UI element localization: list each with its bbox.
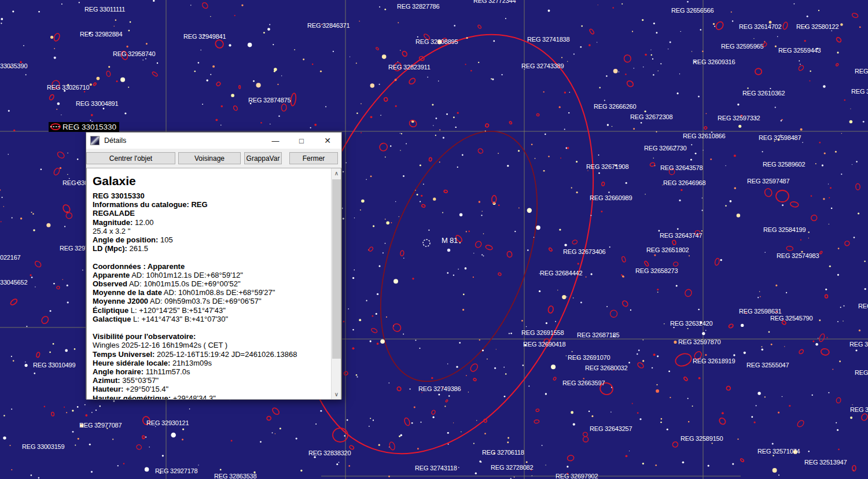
galaxy-label[interactable]: REG 32643747 — [660, 232, 702, 239]
galaxy-label[interactable]: REG 32614702 — [739, 23, 781, 30]
galaxy-label[interactable]: REG 3 — [855, 68, 868, 75]
galaxy-label[interactable]: REG 32697902 — [556, 473, 598, 479]
selected-object-label[interactable]: REG 33015330 — [49, 122, 119, 132]
galaxy-label[interactable]: REG 32597487 — [747, 178, 789, 185]
galaxy-label[interactable]: 33035390 — [0, 62, 27, 69]
detail-line: Temps Universel: 2025-12-16T15:19:42 JD=… — [93, 350, 325, 359]
galaxy-label[interactable]: REG 32658273 — [635, 267, 678, 274]
galaxy-label[interactable]: REG 32706118 — [482, 449, 524, 456]
galaxy-label[interactable]: REG 32673406 — [563, 248, 605, 255]
detail-line: LD (Mpc): 261.5 — [93, 244, 325, 253]
galaxy-label[interactable]: REG 32610866 — [683, 132, 725, 139]
galaxy-label[interactable]: REG 33004891 — [76, 100, 118, 107]
galaxy-label[interactable]: REG 32632420 — [670, 320, 712, 327]
galaxy-label[interactable]: REG 32 — [851, 88, 868, 95]
galaxy-label[interactable]: REG 32930121 — [146, 419, 189, 426]
m81-label[interactable]: M 81 — [442, 237, 458, 244]
galaxy-label[interactable]: REG 32643578 — [660, 164, 703, 171]
galaxy-label[interactable]: REG 32589150 — [681, 435, 723, 442]
galaxy-label[interactable]: REG 32598487 — [759, 134, 801, 141]
galaxy-label[interactable]: REG 32743389 — [521, 62, 564, 69]
galaxy-label[interactable]: REG 32687185 — [577, 331, 619, 338]
galaxy-label[interactable]: REG 32597870 — [678, 338, 720, 345]
galaxy-label[interactable]: REG 32982884 — [80, 31, 122, 38]
galaxy-label[interactable]: REG 32808895 — [415, 38, 458, 45]
galaxy-label[interactable]: REG 32545790 — [770, 315, 812, 322]
close-button[interactable]: Fermer — [289, 152, 338, 164]
galaxy-label[interactable]: REG 32555047 — [746, 362, 789, 369]
galaxy-label[interactable]: REG 32598631 — [739, 308, 781, 315]
galaxy-label[interactable]: REG 32680032 — [585, 364, 627, 371]
galaxy-label[interactable]: REG 32610362 — [742, 90, 785, 97]
minimize-icon[interactable]: — — [266, 132, 285, 149]
galaxy-label[interactable]: REG 33026710 — [47, 84, 89, 91]
galaxy-label[interactable]: REG 32609316 — [693, 58, 735, 65]
galaxy-label[interactable]: REG 32846371 — [307, 22, 350, 29]
galaxy-label[interactable]: REG 33003159 — [22, 443, 64, 450]
dialog-titlebar[interactable]: Détails — □ ✕ — [86, 132, 341, 149]
scroll-down-icon[interactable]: ∨ — [332, 389, 341, 399]
galaxy-label[interactable]: REG 32741838 — [527, 36, 569, 43]
galaxy-label[interactable]: REG 32672308 — [630, 113, 672, 120]
galaxy-label[interactable]: REG 32584199 — [763, 226, 806, 233]
galaxy-label[interactable]: REG 32663597 — [562, 379, 605, 386]
galaxy-label[interactable]: REG 330 — [62, 179, 88, 186]
detail-line: Magnitude: 12.00 — [93, 218, 325, 227]
galaxy-label[interactable]: REG 32595965 — [721, 43, 763, 50]
galaxy-label[interactable]: REG 32513947 — [804, 459, 847, 466]
galaxy-label[interactable]: REG 32823911 — [388, 64, 431, 71]
galaxy-label[interactable]: REG 32618919 — [693, 358, 735, 364]
detail-line: Wingles 2025-12-16 16h19m42s ( CET ) — [93, 341, 325, 349]
galaxy-label[interactable]: REG 33010499 — [33, 362, 75, 369]
galaxy-label[interactable]: REG 3 — [855, 369, 868, 376]
galaxy-label[interactable]: REG 32874875 — [248, 97, 290, 104]
close-icon[interactable]: ✕ — [318, 132, 337, 149]
galaxy-label[interactable]: REG 32580122 — [796, 23, 838, 30]
galaxy-label[interactable]: REG 33011111 — [84, 6, 125, 13]
center-object-button[interactable]: Centrer l'objet — [86, 152, 175, 164]
grappavar-button[interactable]: GrappaVar — [244, 152, 282, 164]
galaxy-label[interactable]: REG 32838320 — [308, 449, 351, 456]
galaxy-label[interactable]: REG 3297 — [60, 245, 89, 252]
galaxy-label[interactable]: REG 32660989 — [590, 194, 632, 201]
galaxy-label[interactable]: REG 32597332 — [718, 115, 760, 121]
galaxy-label[interactable]: REG 32589602 — [763, 161, 805, 168]
detail-line: Hauteur géométrique: +29°48'34.3" — [93, 394, 325, 400]
galaxy-label[interactable]: 022167 — [0, 254, 21, 261]
galaxy-label[interactable]: REG 32691070 — [568, 354, 610, 361]
galaxy-label[interactable]: REG 32651802 — [646, 246, 689, 253]
galaxy-label[interactable]: REG 32977087 — [79, 422, 122, 429]
galaxy-label[interactable]: REG 32827786 — [397, 3, 439, 10]
galaxy-label[interactable]: REG 32671908 — [586, 163, 628, 170]
maximize-icon[interactable]: □ — [292, 132, 311, 149]
galaxy-label[interactable]: REG 325 — [850, 406, 868, 413]
galaxy-label[interactable]: REG 32927178 — [155, 467, 197, 474]
galaxy-label[interactable]: REG 32728082 — [491, 464, 533, 471]
galaxy-label[interactable]: REG 32691558 — [521, 329, 564, 336]
galaxy-label[interactable]: REG 32574983 — [777, 252, 819, 259]
galaxy-label[interactable]: REG 32571074 — [757, 448, 800, 455]
dialog-scrollbar[interactable]: ∧ ∨ — [331, 168, 341, 399]
galaxy-label[interactable]: REG — [858, 303, 868, 309]
galaxy-label[interactable]: REG 32772344 — [473, 0, 516, 4]
scroll-up-icon[interactable]: ∧ — [332, 168, 341, 178]
detail-line: Visibilité pour l'observatoire: — [93, 332, 325, 341]
galaxy-label[interactable]: REG 32666260 — [594, 103, 636, 110]
galaxy-label[interactable]: REG 32958740 — [113, 50, 155, 57]
galaxy-label[interactable]: REG 32949841 — [183, 33, 226, 40]
galaxy-label[interactable]: 33045652 — [0, 279, 27, 286]
galaxy-label[interactable]: REG 32690418 — [523, 341, 565, 348]
galaxy-label[interactable]: REG 325 — [849, 341, 868, 348]
galaxy-label[interactable]: REG 32749386 — [418, 385, 461, 392]
detail-line: Heure sidérale locale: 21h13m09s — [93, 359, 325, 367]
scrollbar-thumb[interactable] — [332, 179, 341, 359]
galaxy-label[interactable]: REG 32743118 — [415, 465, 457, 471]
galaxy-label[interactable]: REG 32656566 — [671, 7, 713, 14]
galaxy-label[interactable]: REG 32684442 — [540, 270, 582, 277]
galaxy-label[interactable]: REG 32643257 — [590, 425, 632, 432]
galaxy-label[interactable]: REG 32646968 — [663, 179, 705, 186]
galaxy-label[interactable]: REG 32863538 — [214, 473, 256, 479]
neighborhood-button[interactable]: Voisinage — [178, 152, 241, 164]
galaxy-label[interactable]: REG 32662730 — [644, 145, 686, 152]
galaxy-label[interactable]: REG 32559443 — [778, 47, 821, 54]
